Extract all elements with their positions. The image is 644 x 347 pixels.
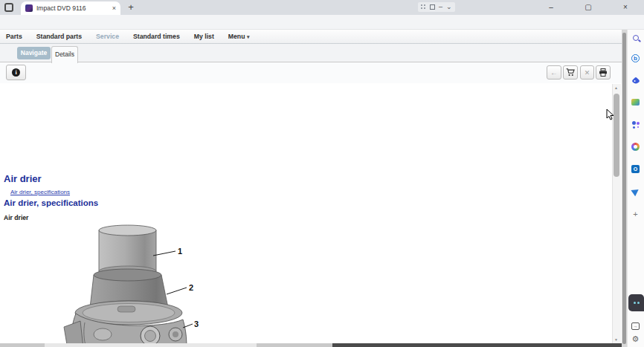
tab-navigate[interactable]: Navigate [17,47,51,59]
mouse-cursor [606,108,614,120]
tab-title: Impact DVD 9116 [36,4,109,12]
widget-minimize-icon[interactable]: – [439,2,442,12]
browser-toolbar: ← i localhost:8802/impact3/application/#… [0,15,644,30]
capture-widget[interactable]: – ⌄ [418,2,455,12]
chevron-down-icon: ▾ [247,34,250,39]
open-panel-icon[interactable]: → [631,321,640,331]
images-icon[interactable] [631,97,640,107]
scroll-down-icon[interactable]: ▼ [614,337,618,342]
close-button[interactable]: × [607,0,644,15]
tab-actions-icon[interactable] [4,3,13,12]
restore-icon[interactable] [430,4,435,10]
browser-tab[interactable]: Impact DVD 9116 × [21,1,120,15]
browser-tab-strip: Impact DVD 9116 × + – ⌄ – ▢ × [0,0,644,15]
figure-caption: Air drier [4,214,28,221]
gear-icon[interactable]: ⚙ [631,334,640,344]
info-icon: i [12,68,20,77]
content-scrollbar-thumb[interactable] [614,94,619,177]
bottom-dark-bar [332,343,622,347]
outlook-icon[interactable]: O [631,164,640,174]
designer-icon[interactable] [631,142,640,152]
info-button[interactable]: i [6,65,26,80]
horizontal-scrollbar-thumb[interactable] [45,343,257,347]
section-heading: Air drier, specifications [4,198,98,207]
menu-service[interactable]: Service [96,33,119,40]
bing-icon[interactable]: b [631,53,640,63]
search-icon[interactable] [631,33,640,42]
service-details-content: Air drier Air drier, specifications Air … [0,83,612,343]
drop-icon[interactable] [631,187,640,196]
drag-grid-icon[interactable] [421,4,426,10]
new-tab-button[interactable]: + [125,1,137,13]
printer-icon [599,68,608,77]
browser-scrollbar-thumb[interactable] [622,33,626,344]
people-icon[interactable] [631,120,640,129]
add-sidebar-item-icon[interactable]: + [631,209,640,218]
menu-my-list[interactable]: My list [194,33,214,40]
callout-3: 3 [194,320,199,328]
action-button-panel [0,62,622,83]
back-arrow-icon: ← [550,68,558,77]
air-drier-diagram: 1 2 3 4 5 6 [30,223,216,343]
impact-favicon [25,4,33,12]
add-to-cart-button[interactable] [563,65,578,80]
shopping-tag-icon[interactable] [631,76,640,85]
scroll-up-icon[interactable]: ▲ [614,85,618,90]
remove-button[interactable]: ✕ [580,65,594,80]
app-menubar: Parts Standard parts Service Standard ti… [0,30,622,44]
print-button[interactable] [596,65,611,80]
callout-1: 1 [178,247,182,256]
tab-close-icon[interactable]: × [112,4,116,12]
menu-parts[interactable]: Parts [6,33,22,40]
callout-2: 2 [189,283,193,292]
page-title: Air drier [4,173,42,184]
app-tab-row [0,44,622,62]
minimize-button[interactable]: – [532,0,570,15]
menu-standard-times[interactable]: Standard times [133,33,180,40]
menu-standard-parts[interactable]: Standard parts [36,33,82,40]
copilot-bubble-icon[interactable] [628,294,644,311]
window-controls: – ▢ × [532,0,644,15]
tab-details[interactable]: Details [51,46,78,63]
maximize-button[interactable]: ▢ [570,0,607,15]
cart-icon [566,68,575,77]
history-back-button[interactable]: ← [547,65,561,80]
menu-dropdown[interactable]: Menu ▾ [228,33,250,40]
toc-link-air-drier-specifications[interactable]: Air drier, specifications [10,189,70,195]
widget-chevron-icon[interactable]: ⌄ [446,2,452,12]
x-icon: ✕ [585,69,590,77]
